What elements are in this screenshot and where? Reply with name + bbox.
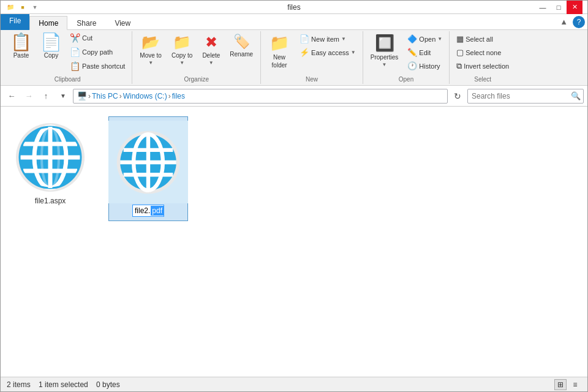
ribbon-group-organize: 📂 Move to ▼ 📁 Copy to ▼ ✖ Delete ▼ 🏷️ Re… [132,31,261,84]
ribbon-collapse-btn[interactable]: ▲ [557,16,570,28]
delete-dropdown-arrow: ▼ [209,60,214,66]
file-icon-container-1 [13,121,87,194]
open-icon: 🔷 [407,34,417,43]
quick-save-icon: ▼ [30,2,40,12]
main-content: file1.aspx file2.pdf [1,107,587,377]
new-folder-button[interactable]: 📁 New folder [265,31,294,71]
properties-icon: 🔲 [375,34,394,53]
file-icon-container-2 [108,121,188,203]
move-to-button[interactable]: 📂 Move to ▼ [136,31,165,68]
delete-icon: ✖ [205,34,217,51]
path-drive[interactable]: Windows (C:) [123,92,167,100]
copy-icon: 📄 [40,34,62,51]
paste-shortcut-icon: 📋 [70,61,80,71]
cut-icon: ✂️ [70,33,80,43]
file-area: file1.aspx file2.pdf [1,107,587,377]
ribbon-group-select: ▦ Select all ▢ Select none ⧉ Invert sele… [450,31,516,84]
search-input[interactable] [468,92,568,100]
copy-path-button[interactable]: 📄 Copy path [67,45,128,59]
invert-selection-icon: ⧉ [456,61,462,71]
title-bar-left: 📁 ■ ▼ [6,2,40,12]
new-folder-label: New [273,54,285,61]
file-name-editing-container: file2.pdf [132,205,164,217]
select-none-button[interactable]: ▢ Select none [453,46,512,59]
new-folder-label2: folder [272,62,287,69]
tab-view[interactable]: View [105,16,140,29]
new-folder-icon: 📁 [270,34,289,53]
ribbon-group-clipboard: 📋 Paste 📄 Copy ✂️ Cut 📄 Copy pat [3,31,132,84]
copy-to-button[interactable]: 📁 Copy to ▼ [168,31,196,68]
open-label: Open [363,76,449,83]
ribbon-group-open: 🔲 Properties ▼ 🔷 Open ▼ ✏️ Edit � [363,31,450,84]
select-all-icon: ▦ [456,34,464,43]
quick-access-icon: ■ [18,2,28,12]
path-thispc[interactable]: This PC [92,92,118,100]
properties-button[interactable]: 🔲 Properties ▼ [367,31,402,70]
copyto-dropdown-arrow: ▼ [179,60,184,66]
file-name-1: file1.aspx [35,197,66,205]
tab-home[interactable]: Home [29,16,67,30]
file-item-1[interactable]: file1.aspx [10,116,90,209]
search-icon[interactable]: 🔍 [568,89,583,103]
select-all-button[interactable]: ▦ Select all [453,32,512,45]
new-item-icon: 📄 [300,34,309,43]
delete-button[interactable]: ✖ Delete ▼ [198,31,224,68]
paste-shortcut-button[interactable]: 📋 Paste shortcut [67,59,128,73]
moveto-dropdown-arrow: ▼ [148,60,153,66]
edit-button[interactable]: ✏️ Edit [404,46,445,59]
path-home-icon: 🖥️ [77,91,87,101]
title-bar: 📁 ■ ▼ files — □ ✕ [1,1,587,14]
copy-button[interactable]: 📄 Copy [37,31,66,61]
history-icon: 🕐 [407,61,417,70]
ribbon: File Home Share View ▲ ? 📋 Paste 📄 Copy [1,14,587,86]
history-button[interactable]: 🕐 History [404,59,445,72]
paste-icon: 📋 [10,34,32,51]
large-icons-view-button[interactable]: ⊞ [554,379,567,390]
minimize-button[interactable]: — [535,1,551,14]
file-name-base: file2. [133,206,151,216]
forward-button[interactable]: → [21,89,36,104]
close-button[interactable]: ✕ [567,1,582,14]
details-view-button[interactable]: ≡ [569,379,581,390]
maximize-button[interactable]: □ [551,1,567,14]
invert-selection-button[interactable]: ⧉ Invert selection [453,59,512,73]
tab-file[interactable]: File [1,14,29,30]
copy-to-icon: 📁 [173,34,191,51]
ribbon-body: 📋 Paste 📄 Copy ✂️ Cut 📄 Copy pat [1,30,587,85]
refresh-button[interactable]: ↻ [450,89,465,104]
easy-access-button[interactable]: ⚡ Easy access ▼ [296,46,359,59]
newitem-dropdown-arrow: ▼ [341,36,346,42]
help-button[interactable]: ? [573,16,585,28]
view-controls: ⊞ ≡ [554,379,581,390]
new-item-button[interactable]: 📄 New item ▼ [296,32,359,45]
paste-button[interactable]: 📋 Paste [7,31,36,61]
window-title: files [287,3,300,12]
select-none-icon: ▢ [456,48,464,57]
ribbon-tabs: File Home Share View ▲ ? [1,14,587,30]
rename-button[interactable]: 🏷️ Rename [226,31,257,60]
recent-locations-button[interactable]: ▼ [56,89,70,104]
open-button[interactable]: 🔷 Open ▼ [404,32,445,45]
organize-label: Organize [132,76,260,83]
clipboard-label: Clipboard [3,76,132,83]
app-icon: 📁 [6,2,15,12]
open-dropdown-arrow: ▼ [437,36,442,42]
move-to-icon: 📂 [141,34,160,51]
status-info: 2 items 1 item selected 0 bytes [7,380,120,389]
clipboard-small-stack: ✂️ Cut 📄 Copy path 📋 Paste shortcut [67,31,128,73]
cut-button[interactable]: ✂️ Cut [67,31,128,45]
up-button[interactable]: ↑ [39,89,53,104]
file-item-2[interactable]: file2.pdf [108,116,188,221]
globe-icon-2 [115,129,182,196]
properties-dropdown-arrow: ▼ [382,62,387,67]
new-label: New [261,76,363,83]
path-folder[interactable]: files [172,92,185,100]
back-button[interactable]: ← [4,89,19,104]
ribbon-group-new: 📁 New folder 📄 New item ▼ ⚡ Easy access [261,31,363,84]
address-path[interactable]: 🖥️ › This PC › Windows (C:) › files [73,89,448,104]
window-controls: — □ ✕ [535,1,582,14]
search-box: 🔍 [467,89,584,104]
tab-share[interactable]: Share [67,16,105,29]
status-bar: 2 items 1 item selected 0 bytes ⊞ ≡ [1,377,587,391]
easy-access-icon: ⚡ [300,48,309,57]
